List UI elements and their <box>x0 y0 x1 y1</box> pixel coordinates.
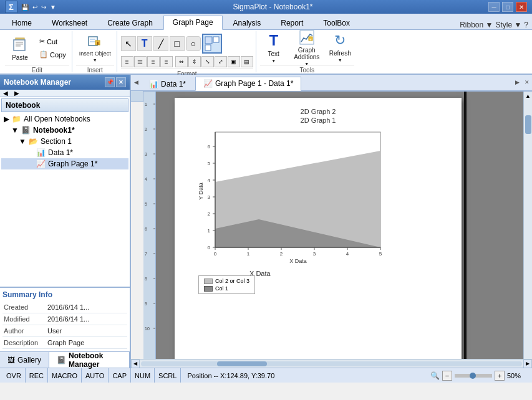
ribbon-toolbar: Paste ✂ Cut 📋 Copy Edit <box>0 30 532 75</box>
color-selector-button[interactable] <box>202 34 222 54</box>
maximize-button[interactable]: □ <box>502 2 513 12</box>
hscroll-thumb[interactable] <box>217 361 267 366</box>
distribute-v[interactable]: ⇕ <box>188 56 201 67</box>
graph-canvas[interactable]: 2D Graph 2 2D Graph 1 Y Data <box>156 92 532 359</box>
insert-group-label: Insert <box>76 65 114 74</box>
hscroll-track <box>141 361 522 366</box>
refresh-icon: ↻ <box>331 32 349 49</box>
hscroll-right-btn[interactable]: ▶ <box>523 360 532 368</box>
notebook-tree: Notebook ▶ 📁 All Open Notebooks ▼ 📓 Note… <box>0 97 130 287</box>
zoom-level: 50% <box>507 372 526 379</box>
svg-text:Y Data: Y Data <box>198 183 204 199</box>
graph-additions-button[interactable]: + GraphAdditions ▼ <box>290 31 324 64</box>
back-btn[interactable]: ◀ <box>0 90 11 97</box>
ribbon-dropdown-btn[interactable]: Ribbon ▼ <box>460 21 493 29</box>
svg-text:6: 6 <box>145 227 147 231</box>
tab-analysis[interactable]: Analysis <box>224 16 271 29</box>
svg-text:1: 1 <box>208 228 211 234</box>
copy-button[interactable]: 📋 Copy <box>36 49 69 61</box>
vscroll-up-btn[interactable]: ▲ <box>524 92 532 100</box>
summary-table: Created 2016/6/14 1... Modified 2016/6/1… <box>2 302 127 349</box>
rect-tool[interactable]: □ <box>170 36 185 51</box>
svg-rect-12 <box>205 45 211 50</box>
tab-toolbox[interactable]: ToolBox <box>314 16 359 29</box>
status-ovr: OVR <box>2 368 26 383</box>
align-justify[interactable]: ≡ <box>160 56 173 67</box>
vscroll-track <box>524 100 532 359</box>
tab-graph-page[interactable]: Graph Page <box>163 16 223 30</box>
panel-title: Notebook Manager <box>4 78 71 87</box>
ribbon-group-insert: ⬇ Insert Object ▼ Insert <box>74 31 117 72</box>
refresh-button[interactable]: ↻ Refresh ▼ <box>326 31 354 64</box>
tree-item-all-open[interactable]: ▶ 📁 All Open Notebooks <box>1 113 128 125</box>
tab-worksheet[interactable]: Worksheet <box>42 16 97 29</box>
tab-report[interactable]: Report <box>271 16 312 29</box>
tab-next-btn[interactable]: ▶ <box>512 75 522 90</box>
zoom-controls: 🔍 − + 50% <box>427 371 530 381</box>
insert-object-button[interactable]: ⬇ Insert Object ▼ <box>76 31 114 64</box>
format-group-content: ↖ T ╱ □ ○ ≡ ☰ ≡ ≡ <box>121 31 253 67</box>
quick-access-dropdown[interactable]: ▼ <box>49 3 57 11</box>
window-controls: ─ □ ✕ <box>488 2 527 12</box>
tree-item-notebook1[interactable]: ▼ 📓 Notebook1* <box>1 125 128 136</box>
text-tool-button[interactable]: T Text ▼ <box>260 31 288 64</box>
align-center[interactable]: ☰ <box>134 56 147 67</box>
ellipse-tool[interactable]: ○ <box>186 36 201 51</box>
content-tab-graph1[interactable]: 📈 Graph Page 1 - Data 1* <box>195 77 301 91</box>
tab-prev-btn[interactable]: ◀ <box>131 75 141 90</box>
line-tool[interactable]: ╱ <box>153 36 168 51</box>
zoom-slider-thumb[interactable] <box>470 373 476 379</box>
help-btn[interactable]: ? <box>524 21 528 29</box>
legend-row-1: Col 2 or Col 3 <box>204 278 249 284</box>
align-left[interactable]: ≡ <box>121 56 133 67</box>
tools-group-label: Tools <box>260 65 354 74</box>
ungroup-btn[interactable]: ▤ <box>241 56 253 67</box>
cut-button[interactable]: ✂ Cut <box>36 36 69 48</box>
minimize-button[interactable]: ─ <box>488 2 500 12</box>
expand-section1: ▼ <box>19 137 26 146</box>
graph-body: 1 2 3 4 5 6 7 <box>143 92 532 359</box>
tab-create-graph[interactable]: Create Graph <box>98 16 162 29</box>
insert-group-content: ⬇ Insert Object ▼ <box>76 31 114 64</box>
svg-text:4: 4 <box>346 251 349 257</box>
resize-btn[interactable]: ⤡ <box>201 56 214 67</box>
tree-item-graph1[interactable]: 📈 Graph Page 1* <box>1 158 128 169</box>
tree-item-section1[interactable]: ▼ 📂 Section 1 <box>1 136 128 147</box>
zoom-plus-button[interactable]: + <box>495 371 505 381</box>
legend-label-1: Col 2 or Col 3 <box>215 278 249 284</box>
tab-close-btn[interactable]: ✕ <box>522 75 532 90</box>
pointer-tool[interactable]: ↖ <box>121 36 136 51</box>
status-cap: CAP <box>109 368 131 383</box>
resize-btn2[interactable]: ⤢ <box>215 56 227 67</box>
style-dropdown-btn[interactable]: Style ▼ <box>495 21 521 29</box>
vscroll-thumb[interactable] <box>525 115 531 134</box>
modified-label: Modified <box>4 315 47 323</box>
align-right[interactable]: ≡ <box>147 56 160 67</box>
group-btn[interactable]: ▣ <box>228 56 240 67</box>
tree-item-data1[interactable]: 📊 Data 1* <box>1 147 128 158</box>
svg-text:7: 7 <box>145 252 147 256</box>
undo-quick-btn[interactable]: ↩ <box>31 3 39 11</box>
close-button[interactable]: ✕ <box>516 2 527 12</box>
distribute-h[interactable]: ⇔ <box>175 56 188 67</box>
notebook-manager-tab[interactable]: 📓 Notebook Manager <box>49 352 130 368</box>
forward-btn[interactable]: ▶ <box>11 90 22 97</box>
data1-icon: 📊 <box>36 148 46 157</box>
svg-text:10: 10 <box>145 326 150 331</box>
zoom-minus-button[interactable]: − <box>442 371 452 381</box>
text-tool[interactable]: T <box>137 36 152 51</box>
hscroll-left-btn[interactable]: ◀ <box>131 360 140 368</box>
save-quick-btn[interactable]: 💾 <box>20 3 30 11</box>
gallery-tab[interactable]: 🖼 Gallery <box>0 352 49 368</box>
vertical-scrollbar[interactable]: ▲ ▼ <box>523 92 532 359</box>
redo-quick-btn[interactable]: ↪ <box>40 3 47 11</box>
ruler-corner <box>131 91 143 102</box>
tab-home[interactable]: Home <box>2 16 41 29</box>
content-tab-data1[interactable]: 📊 Data 1* <box>141 77 194 90</box>
paste-button[interactable]: Paste <box>5 31 35 64</box>
panel-close-btn[interactable]: ✕ <box>116 77 126 87</box>
scissors-icon: ✂ <box>39 37 45 45</box>
panel-pin-btn[interactable]: 📌 <box>105 77 115 87</box>
zoom-slider[interactable] <box>455 374 492 378</box>
bottom-tabs: 🖼 Gallery 📓 Notebook Manager <box>0 351 130 368</box>
